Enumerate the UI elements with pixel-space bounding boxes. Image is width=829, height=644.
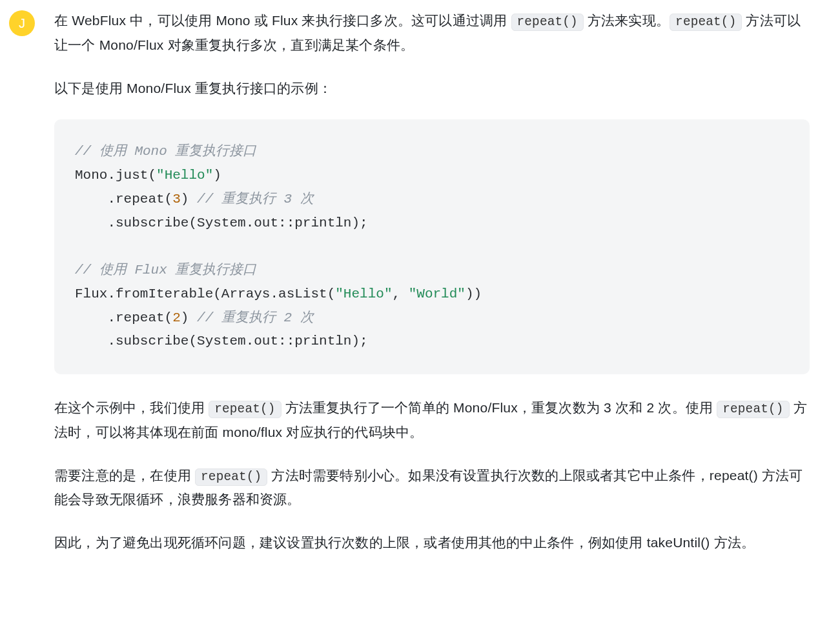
code-text: .repeat( xyxy=(75,310,172,325)
code-text: .subscribe(System.out::println); xyxy=(75,334,368,348)
code-comment: // 重复执行 2 次 xyxy=(197,310,314,325)
code-text: ) xyxy=(181,310,197,325)
avatar-letter: J xyxy=(19,12,25,35)
warning-paragraph: 需要注意的是，在使用 repeat() 方法时需要特别小心。如果没有设置执行次数… xyxy=(54,464,810,512)
code-number: 2 xyxy=(172,310,181,325)
after1-text-b: 方法重复执行了一个简单的 Mono/Flux，重复次数为 3 次和 2 次。使用 xyxy=(281,400,717,415)
inline-code-repeat-1: repeat() xyxy=(511,14,584,31)
example-lead-paragraph: 以下是使用 Mono/Flux 重复执行接口的示例： xyxy=(54,77,810,101)
code-comment: // 重复执行 3 次 xyxy=(197,192,314,206)
after-example-paragraph: 在这个示例中，我们使用 repeat() 方法重复执行了一个简单的 Mono/F… xyxy=(54,396,810,445)
warn-text-a: 需要注意的是，在使用 xyxy=(54,468,195,483)
after1-text-a: 在这个示例中，我们使用 xyxy=(54,400,209,415)
code-comment: // 使用 Flux 重复执行接口 xyxy=(75,263,256,277)
inline-code-repeat-2: repeat() xyxy=(670,14,742,31)
code-text: , xyxy=(392,287,408,301)
code-string: "Hello" xyxy=(156,168,213,183)
code-comment: // 使用 Mono 重复执行接口 xyxy=(75,144,256,159)
inline-code-repeat-4: repeat() xyxy=(717,401,789,418)
avatar: J xyxy=(9,10,35,36)
intro-text-a: 在 WebFlux 中，可以使用 Mono 或 Flux 来执行接口多次。这可以… xyxy=(54,13,511,28)
conclusion-paragraph: 因此，为了避免出现死循环问题，建议设置执行次数的上限，或者使用其他的中止条件，例… xyxy=(54,531,810,555)
message-row: J 在 WebFlux 中，可以使用 Mono 或 Flux 来执行接口多次。这… xyxy=(0,0,829,587)
code-text: ) xyxy=(213,168,221,183)
code-text: Mono.just( xyxy=(75,168,156,183)
code-number: 3 xyxy=(172,192,181,206)
code-block[interactable]: // 使用 Mono 重复执行接口 Mono.just("Hello") .re… xyxy=(54,119,810,374)
code-text: .subscribe(System.out::println); xyxy=(75,216,368,230)
code-text: .repeat( xyxy=(75,192,172,206)
code-string: "World" xyxy=(409,287,466,301)
code-text: Flux.fromIterable(Arrays.asList( xyxy=(75,287,335,301)
code-text: ) xyxy=(181,192,197,206)
code-string: "Hello" xyxy=(335,287,392,301)
intro-text-b: 方法来实现。 xyxy=(584,13,670,28)
inline-code-repeat-5: repeat() xyxy=(195,468,267,486)
inline-code-repeat-3: repeat() xyxy=(209,401,281,418)
message-content: 在 WebFlux 中，可以使用 Mono 或 Flux 来执行接口多次。这可以… xyxy=(54,9,810,555)
intro-paragraph: 在 WebFlux 中，可以使用 Mono 或 Flux 来执行接口多次。这可以… xyxy=(54,9,810,57)
code-text: )) xyxy=(466,287,482,301)
